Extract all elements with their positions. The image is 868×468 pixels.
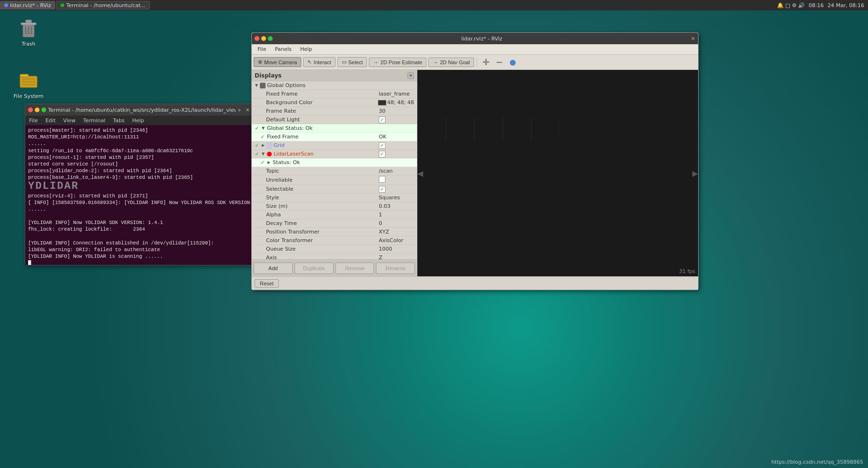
displays-close-btn[interactable]: ✕	[407, 72, 414, 79]
position-transformer-value[interactable]: XYZ	[379, 229, 417, 235]
rename-button[interactable]: Rename	[376, 263, 415, 274]
lidar-row[interactable]: ✓ ▼ LidarLaserScan	[252, 150, 417, 158]
color-transformer-value[interactable]: AxisColor	[379, 237, 417, 244]
global-options-arrow[interactable]: ▼	[254, 83, 259, 88]
terminal-min-btn[interactable]	[35, 107, 39, 112]
default-light-row[interactable]: Default Light	[252, 116, 417, 124]
taskbar-item-rviz[interactable]: lidar.rviz* - RViz	[0, 1, 55, 10]
toolbar-circle-btn[interactable]: ●	[507, 57, 518, 68]
interact-button[interactable]: ↖ Interact	[303, 57, 335, 67]
default-light-checkbox[interactable]	[379, 117, 385, 123]
rviz-menu-panels[interactable]: Panels	[271, 45, 295, 53]
size-value[interactable]: 0.03	[379, 203, 417, 209]
3d-view[interactable]: ◀ ▶ 31 fps	[417, 70, 698, 276]
fixed-frame-status-row[interactable]: ✓ Fixed Frame OK	[252, 133, 417, 141]
lidar-check[interactable]: ✓	[254, 151, 260, 157]
toolbar-minus-btn[interactable]: −	[493, 57, 505, 68]
select-button[interactable]: ▭ Select	[337, 57, 367, 67]
queue-size-row[interactable]: Queue Size 1000	[252, 245, 417, 254]
grid-check[interactable]: ✓	[254, 142, 260, 149]
toolbar-plus-btn[interactable]: ✛	[480, 57, 492, 68]
interact-icon: ↖	[307, 59, 312, 65]
taskbar-item-terminal[interactable]: Terminal - /home/ubuntu/cat...	[56, 1, 150, 10]
terminal-content[interactable]: process[master]: started with pid [2346]…	[25, 125, 253, 265]
frame-rate-value[interactable]: 30	[379, 108, 417, 114]
terminal-title: Terminal - /home/ubuntu/catkin_ws/src/yd…	[48, 107, 236, 113]
nav-goal-button[interactable]: → 2D Nav Goal	[428, 58, 474, 67]
grid-icon-wrapper	[266, 142, 273, 149]
axis-row[interactable]: Axis Z	[252, 254, 417, 259]
lidar-status-row[interactable]: ✓ ▶ Status: Ok	[252, 158, 417, 167]
taskbar-right: 🔔 □ ⚙ 🔊 08:16 24 Mar, 08:16	[777, 2, 868, 9]
terminal-menu-help[interactable]: Help	[130, 117, 146, 124]
queue-size-value[interactable]: 1000	[379, 246, 417, 252]
axis-value[interactable]: Z	[379, 254, 417, 259]
displays-tree[interactable]: ▼ Global Options Fixed Frame laser_frame…	[252, 81, 417, 259]
desktop-icon-trash[interactable]: Trash	[10, 14, 48, 49]
rviz-max-btn[interactable]	[268, 36, 273, 41]
terminal-menu-view[interactable]: View	[61, 117, 78, 124]
global-status-arrow[interactable]: ▼	[260, 126, 266, 131]
unreliable-row[interactable]: Unreliable	[252, 176, 417, 185]
rviz-min-btn[interactable]	[261, 36, 266, 41]
unreliable-checkbox[interactable]	[379, 176, 385, 183]
rviz-menu-file[interactable]: File	[254, 45, 270, 53]
unreliable-value[interactable]	[379, 176, 417, 184]
rviz-menu-help[interactable]: Help	[296, 45, 316, 53]
terminal-close-btn[interactable]	[28, 107, 33, 112]
view-arrow-right[interactable]: ▶	[692, 169, 698, 178]
duplicate-button[interactable]: Duplicate	[295, 263, 334, 274]
global-options-row[interactable]: ▼ Global Options	[252, 81, 417, 90]
color-transformer-row[interactable]: Color Transformer AxisColor	[252, 236, 417, 245]
3d-grid	[417, 70, 560, 141]
background-color-value[interactable]: 48; 48; 48	[378, 99, 417, 106]
grid-arrow[interactable]: ▶	[260, 143, 266, 148]
terminal-menu-terminal[interactable]: Terminal	[81, 117, 108, 124]
topic-row[interactable]: Topic /scan	[252, 167, 417, 176]
terminal-window-close[interactable]: ✕	[246, 107, 250, 113]
lidar-arrow[interactable]: ▼	[260, 151, 266, 157]
pose-estimate-button[interactable]: → 2D Pose Estimate	[369, 58, 426, 67]
fixed-frame-value[interactable]: laser_frame	[379, 91, 417, 97]
fixed-frame-status-check: ✓	[259, 134, 266, 140]
selectable-row[interactable]: Selectable	[252, 185, 417, 194]
global-status-row[interactable]: ✓ ▼ Global Status: Ok	[252, 124, 417, 133]
decay-time-value[interactable]: 0	[379, 220, 417, 226]
global-status-label: Global Status: Ok	[266, 125, 417, 131]
desktop-icon-filesystem[interactable]: File System	[10, 67, 48, 101]
decay-time-row[interactable]: Decay Time 0	[252, 219, 417, 228]
style-label: Style	[265, 195, 379, 201]
style-row[interactable]: Style Squares	[252, 194, 417, 202]
rviz-window-close[interactable]: ✕	[691, 36, 695, 42]
add-button[interactable]: Add	[254, 263, 293, 274]
position-transformer-row[interactable]: Position Transformer XYZ	[252, 228, 417, 236]
fixed-frame-row[interactable]: Fixed Frame laser_frame	[252, 90, 417, 98]
terminal-menu-tabs[interactable]: Tabs	[111, 117, 126, 124]
reset-button[interactable]: Reset	[255, 279, 279, 288]
grid-row[interactable]: ✓ ▶ Grid	[252, 141, 417, 150]
lidar-status-arrow[interactable]: ▶	[266, 160, 272, 166]
view-arrow-left[interactable]: ◀	[417, 169, 423, 178]
grid-checkbox[interactable]	[379, 142, 385, 149]
terminal-menu-edit[interactable]: Edit	[43, 117, 57, 124]
alpha-value[interactable]: 1	[379, 212, 417, 218]
background-color-row[interactable]: Background Color 48; 48; 48	[252, 98, 417, 107]
move-camera-button[interactable]: ⊕ Move Camera	[254, 57, 301, 67]
remove-button[interactable]: Remove	[335, 263, 375, 274]
grid-enabled-check[interactable]	[379, 142, 417, 149]
terminal-add-tab[interactable]: +	[237, 107, 242, 113]
style-value[interactable]: Squares	[379, 195, 417, 201]
background-color-label: Background Color	[265, 99, 378, 106]
terminal-menu-file[interactable]: File	[27, 117, 39, 124]
size-row[interactable]: Size (m) 0.03	[252, 202, 417, 211]
topic-value[interactable]: /scan	[379, 168, 417, 174]
selectable-value[interactable]	[379, 186, 417, 193]
frame-rate-row[interactable]: Frame Rate 30	[252, 107, 417, 116]
alpha-row[interactable]: Alpha 1	[252, 211, 417, 219]
lidar-enabled-check[interactable]	[379, 151, 417, 157]
terminal-max-btn[interactable]	[41, 107, 46, 112]
selectable-checkbox[interactable]	[379, 186, 385, 193]
default-light-value[interactable]	[379, 117, 417, 123]
rviz-close-btn[interactable]	[255, 36, 259, 41]
lidar-checkbox[interactable]	[379, 151, 385, 157]
